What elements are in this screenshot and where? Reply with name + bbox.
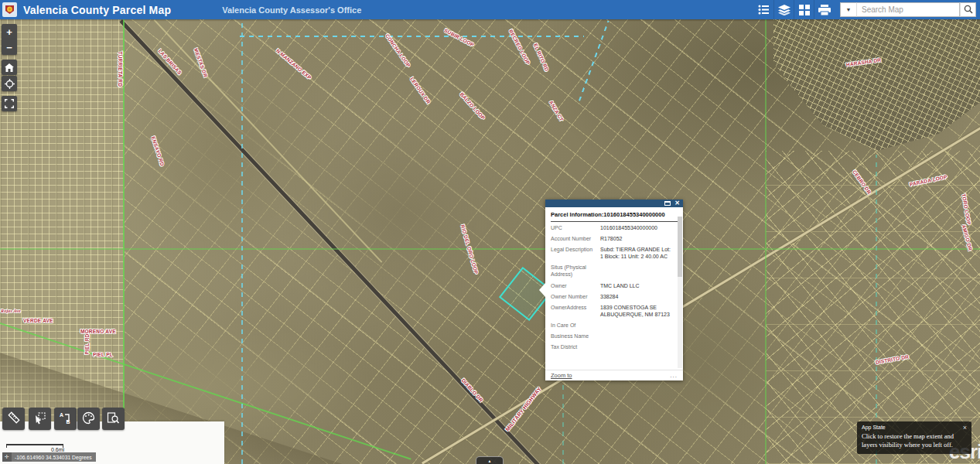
- layers-button[interactable]: [773, 0, 794, 19]
- popup-titlebar: ✕: [545, 200, 683, 207]
- select-tool-button[interactable]: [29, 408, 51, 430]
- popup-body: Parcel Information:1016018455340000000 U…: [545, 207, 683, 370]
- map-canvas[interactable]: VERDE AVEMORENO AVEPIEL RDPIEL PLRojas A…: [0, 19, 980, 464]
- popup-more-menu[interactable]: ...: [670, 374, 678, 377]
- street-label: TURRIETA RD: [118, 52, 123, 87]
- boundary-dashed-vertical: [876, 155, 877, 464]
- zoom-in-button[interactable]: +: [2, 24, 17, 39]
- cursor-select-icon: [33, 411, 46, 427]
- attribute-table-toggle[interactable]: ▲: [476, 456, 504, 464]
- parcel-field-row: Account NumberR178052: [551, 233, 678, 244]
- page-title: Valencia County Parcel Map: [23, 4, 171, 16]
- street-label: PIEL RD: [84, 334, 90, 355]
- measure-tool-button[interactable]: [2, 408, 25, 430]
- bearing-tool-button[interactable]: AB: [54, 408, 77, 430]
- field-value: Subd: TIERRA GRANDE Lot: 1 Block: 11 Uni…: [600, 246, 671, 260]
- popup-footer: Zoom to ...: [545, 370, 683, 380]
- field-value: TMC LAND LLC: [600, 282, 671, 289]
- parcel-grid-right: [766, 151, 980, 464]
- palette-icon: [82, 411, 95, 427]
- app-state-message: Click to restore the map extent and laye…: [857, 432, 971, 449]
- field-value: 1839 CONESTOGA SE ALBUQUERQUE, NM 87123: [600, 304, 671, 318]
- open-terrain-patch: [278, 112, 526, 313]
- field-value: [600, 343, 671, 350]
- search-input[interactable]: [857, 2, 960, 17]
- section-line-vertical: [765, 19, 767, 464]
- search-scope-dropdown[interactable]: ▼: [840, 2, 857, 17]
- search-button[interactable]: [960, 2, 976, 17]
- chevron-down-icon: ▼: [846, 7, 852, 12]
- layers-icon: [778, 5, 790, 15]
- field-value: 338284: [600, 293, 671, 300]
- chevron-up-icon: ▲: [488, 459, 492, 463]
- county-seal-logo: [2, 2, 17, 17]
- parcel-field-row: In Care Of: [551, 319, 678, 330]
- popup-dock-icon[interactable]: [664, 201, 671, 206]
- print-icon: [818, 5, 831, 15]
- parcel-field-row: OwnerAddress1839 CONESTOGA SE ALBUQUERQU…: [551, 302, 678, 319]
- parcel-field-row: OwnerTMC LAND LLC: [551, 280, 678, 291]
- basemap-gallery-button[interactable]: [794, 0, 814, 19]
- street-label: PIEL PL: [93, 352, 113, 357]
- draw-tool-button[interactable]: [77, 408, 100, 430]
- parcel-field-row: Tax District: [551, 341, 678, 352]
- boundary-dashed-horizontal: [240, 36, 584, 37]
- parcel-field-row: Legal DescriptionSubd: TIERRA GRANDE Lot…: [551, 244, 678, 261]
- field-value: [600, 333, 671, 339]
- print-button[interactable]: [814, 0, 834, 19]
- search-widget: ▼: [840, 2, 976, 17]
- parcel-field-row: UPC1016018455340000000: [551, 222, 678, 233]
- locate-button[interactable]: [2, 76, 17, 91]
- route-ab-icon: AB: [59, 411, 72, 427]
- header-toolbar: ▼: [753, 0, 980, 19]
- home-button[interactable]: [2, 60, 17, 75]
- field-label: Legal Description: [551, 246, 600, 260]
- close-icon[interactable]: ×: [963, 424, 967, 432]
- section-line-horizontal: [0, 248, 980, 250]
- popup-scrollbar[interactable]: [678, 217, 682, 368]
- section-line-vertical: [123, 19, 125, 464]
- popup-title: Parcel Information:1016018455340000000: [551, 211, 678, 222]
- popup-scrollbar-thumb[interactable]: [678, 217, 682, 277]
- svg-text:B: B: [67, 419, 70, 425]
- legend-button[interactable]: [753, 0, 773, 19]
- scale-bar-label: 0.6mi: [51, 447, 64, 452]
- basemap-grid-icon: [799, 5, 810, 15]
- legend-icon: [758, 5, 770, 15]
- field-value: R178052: [600, 235, 671, 242]
- svg-text:A: A: [60, 412, 63, 418]
- field-value: [600, 264, 671, 278]
- extent-icon: [5, 99, 14, 108]
- parcel-field-row: Situs (Physical Address): [551, 261, 678, 279]
- county-seal-icon: [4, 4, 15, 15]
- coordinate-readout: ✛ -106.614960 34.534031 Degrees: [2, 452, 96, 462]
- field-label: Owner Number: [551, 293, 600, 300]
- parcel-field-list: UPC1016018455340000000Account NumberR178…: [551, 222, 678, 352]
- ruler-icon: [7, 411, 21, 427]
- identify-icon: [107, 411, 120, 427]
- search-icon: [964, 3, 973, 17]
- street-label: VERDE AVE: [23, 318, 53, 323]
- identify-tool-button[interactable]: [102, 408, 125, 430]
- default-extent-button[interactable]: [2, 96, 17, 111]
- popup-pointer: [539, 283, 545, 297]
- parcel-field-row: Business Name: [551, 330, 678, 341]
- field-label: Tax District: [551, 343, 600, 350]
- app-state-title: App State: [857, 421, 971, 432]
- popup-close-icon[interactable]: ✕: [674, 200, 680, 206]
- app-state-toast[interactable]: App State × Click to restore the map ext…: [857, 421, 971, 454]
- field-label: UPC: [551, 224, 600, 231]
- field-value: 1016018455340000000: [600, 224, 671, 231]
- boundary-dashed-vertical: [241, 19, 243, 464]
- app-header: Valencia County Parcel Map Valencia Coun…: [0, 0, 980, 19]
- crosshair-icon[interactable]: ✛: [2, 452, 12, 462]
- locate-icon: [5, 79, 15, 89]
- field-label: OwnerAddress: [551, 304, 600, 318]
- field-value: [600, 322, 671, 329]
- page-subtitle: Valencia County Assessor's Office: [222, 5, 361, 15]
- home-icon: [5, 63, 14, 72]
- parcel-field-row: Owner Number338284: [551, 291, 678, 302]
- zoom-out-button[interactable]: −: [2, 39, 17, 55]
- field-label: In Care Of: [551, 322, 600, 329]
- zoom-to-link[interactable]: Zoom to: [551, 372, 572, 379]
